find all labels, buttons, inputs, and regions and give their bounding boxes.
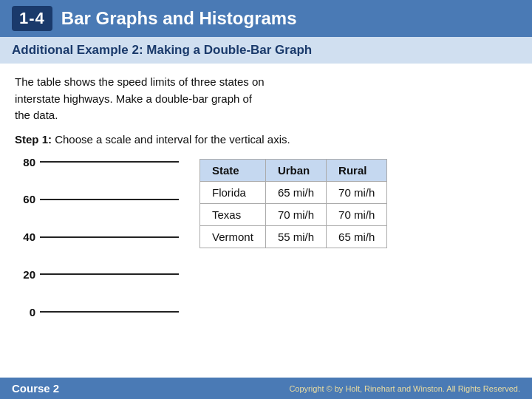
y-tick-40: 40: [15, 231, 179, 243]
y-tick-80: 80: [15, 156, 179, 168]
step1-text: Step 1: Choose a scale and interval for …: [15, 133, 517, 146]
table-row: Vermont 55 mi/h 65 mi/h: [200, 225, 387, 248]
table-row: Texas 70 mi/h 70 mi/h: [200, 203, 387, 225]
table-header-row: State Urban Rural: [200, 159, 387, 181]
y-tick-60: 60: [15, 193, 179, 205]
description-line2: interstate highways. Make a double-bar g…: [15, 92, 252, 105]
col-header-rural: Rural: [327, 159, 387, 181]
y-tick-line-40: [40, 236, 179, 238]
cell-florida-state: Florida: [200, 181, 266, 203]
step-body: Choose a scale and interval for the vert…: [52, 133, 290, 146]
col-header-urban: Urban: [265, 159, 326, 181]
subheader-bar: Additional Example 2: Making a Double-Ba…: [0, 37, 532, 64]
description-line1: The table shows the speed limits of thre…: [15, 75, 265, 88]
table-row: Florida 65 mi/h 70 mi/h: [200, 181, 387, 203]
subheader-text: Additional Example 2: Making a Double-Ba…: [12, 43, 312, 57]
y-tick-line-20: [40, 273, 179, 275]
header-title: Bar Graphs and Histograms: [61, 8, 297, 29]
cell-vermont-rural: 65 mi/h: [327, 225, 387, 248]
cell-florida-rural: 70 mi/h: [327, 181, 387, 203]
chart-table-row: 80 60 40 20 0: [15, 156, 517, 318]
y-axis-labels: 80 60 40 20 0: [15, 156, 185, 318]
description-line3: the data.: [15, 109, 58, 121]
cell-texas-urban: 70 mi/h: [265, 203, 326, 225]
y-tick-label-80: 80: [15, 156, 35, 168]
y-axis-area: 80 60 40 20 0: [15, 156, 185, 318]
cell-texas-state: Texas: [200, 203, 266, 225]
col-header-state: State: [200, 159, 266, 181]
y-tick-label-0: 0: [15, 306, 35, 318]
y-tick-20: 20: [15, 268, 179, 281]
footer-bar: Course 2 Copyright © by Holt, Rinehart a…: [0, 378, 532, 399]
cell-florida-urban: 65 mi/h: [265, 181, 326, 203]
y-tick-line-0: [40, 311, 179, 313]
data-table: State Urban Rural Florida 65 mi/h 70 mi/…: [200, 159, 387, 248]
description-block: The table shows the speed limits of thre…: [15, 74, 517, 124]
cell-vermont-urban: 55 mi/h: [265, 225, 326, 248]
y-tick-label-20: 20: [15, 268, 35, 281]
cell-texas-rural: 70 mi/h: [327, 203, 387, 225]
main-content: The table shows the speed limits of thre…: [0, 64, 532, 323]
y-tick-line-80: [40, 161, 179, 163]
table-container: State Urban Rural Florida 65 mi/h 70 mi/…: [200, 156, 387, 248]
footer-copyright: Copyright © by Holt, Rinehart and Winsto…: [289, 384, 520, 393]
y-tick-line-60: [40, 199, 179, 200]
footer-course: Course 2: [12, 382, 59, 395]
cell-vermont-state: Vermont: [200, 225, 266, 248]
lesson-badge: 1-4: [12, 6, 52, 31]
header-bar: 1-4 Bar Graphs and Histograms: [0, 0, 532, 37]
step-label: Step 1:: [15, 133, 52, 146]
y-tick-0: 0: [15, 306, 179, 318]
y-tick-label-40: 40: [15, 231, 35, 243]
y-tick-label-60: 60: [15, 193, 35, 205]
